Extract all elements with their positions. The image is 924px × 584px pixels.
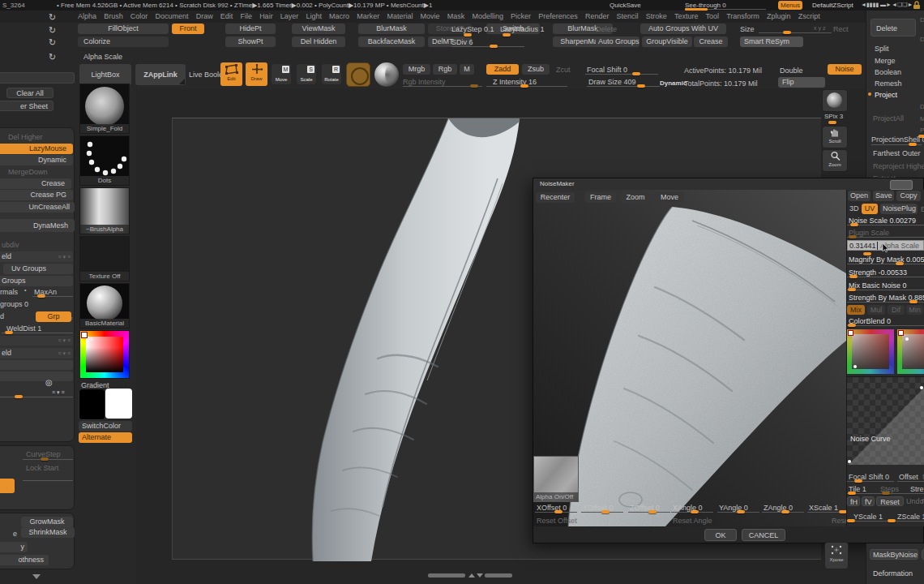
refresh-icon[interactable]: ↻: [49, 12, 56, 23]
projection-shell-handle[interactable]: [909, 143, 917, 146]
noise-scale-track[interactable]: [847, 225, 924, 225]
rect-button[interactable]: Rect: [833, 24, 849, 34]
mrgb-button[interactable]: Mrgb: [403, 64, 430, 75]
rotate-button[interactable]: R Rotate: [322, 64, 341, 84]
hscroll-right-bar[interactable]: [485, 573, 512, 578]
sculpt-model[interactable]: [136, 89, 590, 584]
menu-item[interactable]: Movie: [421, 12, 440, 20]
scroll-button[interactable]: Scroll: [822, 126, 848, 148]
material-sphere-button[interactable]: [374, 62, 399, 87]
sdiv-track[interactable]: [451, 46, 524, 47]
slider-mode-icons[interactable]: ≡ ▾ ≡: [52, 389, 65, 396]
fv-button[interactable]: fV: [862, 496, 875, 506]
plugin-scale-handle[interactable]: [849, 235, 857, 238]
blend-dif-button[interactable]: Dif: [888, 305, 905, 315]
color-picker[interactable]: +: [79, 330, 130, 379]
mode-icons[interactable]: ≡ ▾ ≡: [58, 336, 71, 346]
double-toggle[interactable]: Double: [780, 66, 803, 75]
menus-button[interactable]: Menus: [778, 1, 802, 10]
ok-button[interactable]: OK: [704, 529, 737, 541]
focal-shift-handle[interactable]: [632, 72, 640, 75]
menu-item[interactable]: Texture: [674, 12, 699, 20]
tool-outer[interactable]: Outer: [902, 148, 921, 158]
alpha-onoff-thumb[interactable]: Alpha On/Off: [533, 456, 579, 502]
sdiv-handle[interactable]: [490, 45, 498, 48]
crease-button[interactable]: Crease: [0, 178, 71, 189]
preview-zoom-button[interactable]: Zoom: [621, 192, 650, 203]
crease-row2-button[interactable]: Crease: [694, 36, 728, 47]
zscale-track[interactable]: [896, 521, 924, 522]
menu-item[interactable]: Stencil: [617, 12, 639, 20]
panel-divider-arrow[interactable]: ‹: [71, 315, 73, 322]
stroke-icons[interactable]: ◄▮▮▮▮: [861, 2, 879, 8]
refresh-icon[interactable]: ↻: [49, 37, 56, 48]
menu-item[interactable]: Transform: [726, 12, 759, 20]
noisemaker-titlebar[interactable]: NoiseMaker: [533, 178, 923, 191]
mode-3d[interactable]: 3D: [849, 204, 859, 213]
mix-basic-track[interactable]: [847, 290, 924, 290]
uv-groups-button[interactable]: Uv Groups: [3, 264, 73, 274]
alternate-button[interactable]: Alternate: [79, 432, 132, 443]
strength-track[interactable]: [847, 277, 924, 277]
menu-item[interactable]: Alpha: [78, 12, 96, 20]
top-left-blank-button[interactable]: [0, 72, 75, 84]
move-button[interactable]: M Move: [272, 64, 291, 84]
noise-open-button[interactable]: Open: [848, 191, 871, 201]
zscale-handle[interactable]: [888, 519, 896, 522]
mix-basic-handle[interactable]: [848, 288, 856, 291]
er-sheet-button[interactable]: er Sheet: [0, 101, 53, 111]
draw-size-track[interactable]: [587, 86, 660, 87]
rgb-intensity-handle[interactable]: [470, 84, 478, 88]
main-color-swatch[interactable]: [79, 389, 105, 420]
draw-button[interactable]: Draw: [246, 62, 267, 86]
yangle-handle[interactable]: [737, 510, 745, 513]
curvestep-handle[interactable]: [41, 457, 49, 461]
plugin-scale-track[interactable]: [847, 237, 924, 238]
noise-color-picker-1[interactable]: [847, 329, 894, 374]
eld-mode-icons[interactable]: ≡ ▾ ≡: [58, 251, 71, 262]
rgb-button[interactable]: Rgb: [433, 64, 457, 75]
menu-item[interactable]: Modelling: [472, 12, 503, 20]
refresh-icon[interactable]: ↻: [49, 25, 56, 36]
m-button[interactable]: M: [460, 64, 474, 75]
noiseplug-button[interactable]: NoisePlug: [880, 204, 918, 214]
menu-item[interactable]: Document: [155, 12, 188, 20]
noise-scale-handle[interactable]: [850, 223, 858, 226]
dialog-corner-icon[interactable]: [890, 180, 913, 190]
material-thumb-basic[interactable]: BasicMaterial: [79, 283, 130, 328]
offset-track[interactable]: [897, 481, 924, 482]
menu-item[interactable]: Marker: [357, 12, 379, 20]
zadd-button[interactable]: Zadd: [486, 64, 519, 75]
menu-item[interactable]: Hair: [259, 12, 273, 20]
magnify-track[interactable]: [847, 264, 924, 264]
menu-item[interactable]: Material: [387, 12, 413, 20]
zoffset-handle[interactable]: [648, 510, 657, 513]
groups-row[interactable]: Groups: [0, 276, 73, 286]
colorize-button[interactable]: Colorize: [78, 36, 169, 47]
curve-point-start[interactable]: [848, 460, 851, 463]
colorblend-track[interactable]: [847, 325, 924, 326]
tool-delete-button[interactable]: Delete: [871, 19, 916, 36]
generic-handle[interactable]: [15, 395, 23, 398]
yscale-handle[interactable]: [847, 519, 855, 522]
preview-move-button[interactable]: Move: [655, 192, 684, 203]
alpha-thumb-simple-fold[interactable]: Simple_Fold: [79, 84, 130, 134]
noise-color-picker-2[interactable]: [897, 329, 924, 374]
flip-button[interactable]: Flip: [778, 77, 825, 88]
uncreaseall-button[interactable]: UnCreaseAll: [0, 202, 75, 213]
menu-item[interactable]: Layer: [280, 12, 299, 20]
auto-groups-button[interactable]: Auto Groups: [596, 36, 640, 47]
menu-item[interactable]: Preferences: [538, 12, 578, 20]
noise-button[interactable]: Noise: [828, 64, 862, 75]
noise-save-button[interactable]: Save: [873, 191, 894, 201]
blank-row-1[interactable]: [0, 360, 73, 370]
xangle-handle[interactable]: [691, 510, 699, 513]
scroll-up-arrow[interactable]: [468, 573, 475, 578]
colorblend-handle[interactable]: [848, 324, 856, 327]
curve-track2[interactable]: [23, 480, 73, 481]
alpha-thumb-brushalpha[interactable]: ~BrushAlpha: [79, 187, 130, 234]
growmask-button[interactable]: GrowMask: [21, 517, 73, 527]
smart-resym-button[interactable]: Smart ReSym: [740, 36, 803, 47]
grp-button[interactable]: Grp: [36, 311, 71, 322]
delete-dim-button[interactable]: Delete: [596, 24, 617, 34]
